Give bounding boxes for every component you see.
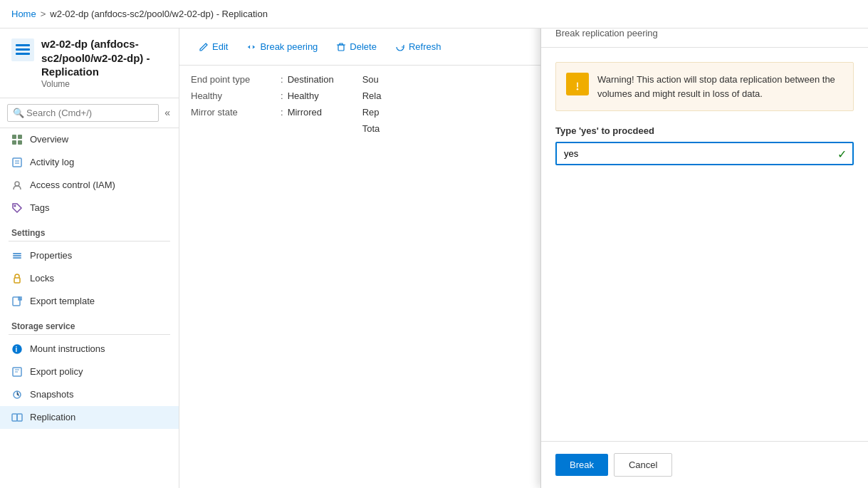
snapshots-icon — [11, 389, 23, 400]
edit-icon — [199, 42, 209, 52]
svg-rect-25 — [338, 45, 344, 51]
panel-header: Break replication peering Break replicat… — [541, 28, 868, 48]
data-row-rela: Rela — [362, 90, 448, 101]
yes-input-wrap: ✓ — [555, 142, 854, 165]
svg-rect-4 — [12, 135, 16, 139]
break-peering-icon — [246, 42, 256, 52]
sidebar-item-tags[interactable]: Tags — [0, 197, 179, 219]
svg-rect-24 — [17, 414, 22, 421]
panel-body: Warning! This action will stop data repl… — [541, 48, 868, 441]
sidebar-item-locks[interactable]: Locks — [0, 267, 179, 290]
sidebar-item-label-export-template: Export template — [30, 296, 95, 306]
volume-icon — [11, 38, 34, 61]
refresh-icon — [395, 42, 405, 52]
data-row-rep: Rep — [362, 107, 448, 118]
field-label: Type 'yes' to procdeed — [555, 125, 854, 136]
data-row-healthy: Healthy : Healthy — [191, 90, 334, 101]
export-policy-icon — [11, 366, 23, 378]
sidebar-item-properties[interactable]: Properties — [0, 244, 179, 267]
nav-main: Overview Activity log Access control (IA… — [0, 128, 179, 219]
svg-point-28 — [577, 88, 578, 90]
sidebar: w2-02-dp (anfdocs-sc2/pool0/w2-02-dp) - … — [0, 28, 179, 488]
mount-instructions-icon: i — [11, 343, 23, 355]
sidebar-item-label-iam: Access control (IAM) — [30, 180, 115, 190]
edit-button[interactable]: Edit — [191, 37, 236, 56]
break-button[interactable]: Break — [555, 454, 608, 476]
svg-rect-5 — [18, 135, 22, 139]
break-replication-panel: Break replication peering Break replicat… — [540, 28, 868, 488]
svg-rect-14 — [13, 255, 21, 256]
sidebar-item-label-export-policy: Export policy — [30, 366, 83, 377]
delete-button[interactable]: Delete — [328, 37, 385, 56]
svg-rect-23 — [12, 414, 17, 421]
panel-footer: Break Cancel — [541, 441, 868, 488]
overview-icon — [11, 134, 23, 145]
data-row-sou: Sou — [362, 74, 448, 85]
input-check-icon: ✓ — [837, 147, 847, 160]
svg-rect-27 — [577, 83, 578, 88]
svg-point-12 — [14, 204, 16, 207]
storage-section-label: Storage service — [0, 313, 179, 334]
warning-box: Warning! This action will stop data repl… — [555, 62, 854, 111]
activity-log-icon — [11, 157, 23, 168]
replication-icon — [11, 412, 23, 423]
svg-rect-3 — [16, 53, 30, 55]
sidebar-item-label-replication: Replication — [30, 412, 75, 422]
break-peering-button[interactable]: Break peering — [239, 37, 325, 56]
sidebar-item-activity-log[interactable]: Activity log — [0, 151, 179, 174]
sidebar-item-label-snapshots: Snapshots — [30, 389, 73, 400]
sidebar-item-snapshots[interactable]: Snapshots — [0, 383, 179, 406]
sidebar-item-label-mount: Mount instructions — [30, 343, 105, 354]
sidebar-item-label-activity: Activity log — [30, 157, 74, 167]
sidebar-item-export-template[interactable]: Export template — [0, 290, 179, 313]
search-box: 🔍 « — [0, 98, 179, 128]
sidebar-item-overview[interactable]: Overview — [0, 128, 179, 151]
sidebar-item-label-tags: Tags — [30, 202, 49, 213]
svg-rect-2 — [16, 48, 30, 51]
delete-icon — [336, 42, 346, 52]
locks-icon — [11, 273, 23, 284]
data-row-tota: Tota — [362, 123, 448, 134]
sidebar-item-replication[interactable]: Replication — [0, 406, 179, 429]
svg-rect-8 — [13, 158, 21, 167]
sidebar-item-label-overview: Overview — [30, 134, 68, 145]
breadcrumb-current: w2-02-dp (anfdocs-sc2/pool0/w2-02-dp) - … — [50, 9, 268, 19]
svg-rect-6 — [12, 140, 16, 145]
breadcrumb-home[interactable]: Home — [11, 9, 36, 19]
collapse-button[interactable]: « — [163, 105, 172, 120]
nav-storage: i Mount instructions Export policy Snaps… — [0, 338, 179, 429]
svg-text:i: i — [16, 346, 18, 353]
content-area: Edit Break peering Delete Refresh End po… — [179, 28, 868, 488]
resource-header: w2-02-dp (anfdocs-sc2/pool0/w2-02-dp) - … — [0, 28, 179, 98]
resource-subtitle: Volume — [41, 79, 167, 89]
warning-icon — [566, 73, 589, 95]
iam-icon — [11, 180, 23, 191]
sidebar-item-label-locks: Locks — [30, 273, 54, 284]
export-template-icon — [11, 296, 23, 307]
main-layout: w2-02-dp (anfdocs-sc2/pool0/w2-02-dp) - … — [0, 28, 868, 488]
sidebar-item-iam[interactable]: Access control (IAM) — [0, 174, 179, 197]
svg-rect-15 — [13, 257, 21, 259]
cancel-button[interactable]: Cancel — [614, 453, 672, 477]
breadcrumb-bar: Home > w2-02-dp (anfdocs-sc2/pool0/w2-02… — [0, 0, 868, 28]
warning-text: Warning! This action will stop data repl… — [597, 73, 843, 100]
svg-rect-7 — [18, 140, 22, 145]
svg-rect-16 — [14, 278, 20, 283]
data-row-mirror: Mirror state : Mirrored — [191, 107, 334, 118]
panel-subtitle: Break replication peering — [555, 28, 709, 38]
svg-rect-13 — [13, 253, 21, 254]
search-input[interactable] — [7, 104, 159, 122]
sidebar-item-mount-instructions[interactable]: i Mount instructions — [0, 338, 179, 360]
refresh-button[interactable]: Refresh — [387, 37, 449, 56]
resource-title: w2-02-dp (anfdocs-sc2/pool0/w2-02-dp) - … — [41, 37, 167, 79]
sidebar-item-label-properties: Properties — [30, 250, 72, 261]
nav-settings: Properties Locks Export template — [0, 244, 179, 313]
sidebar-item-export-policy[interactable]: Export policy — [0, 360, 179, 383]
properties-icon — [11, 250, 23, 261]
breadcrumb-sep1: > — [41, 9, 46, 19]
yes-input[interactable] — [555, 142, 854, 165]
svg-point-11 — [15, 182, 19, 186]
tags-icon — [11, 202, 23, 214]
svg-rect-1 — [16, 44, 30, 46]
data-row-endpoint: End point type : Destination — [191, 74, 334, 85]
